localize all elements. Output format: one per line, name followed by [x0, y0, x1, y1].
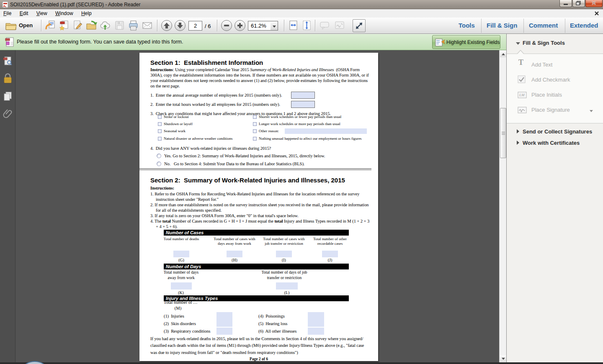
scroll-up-button[interactable] — [500, 51, 506, 57]
hours-field[interactable] — [291, 101, 315, 108]
other-reason-field[interactable] — [285, 128, 367, 134]
add-text-icon: T — [518, 58, 523, 67]
print-icon[interactable] — [128, 20, 139, 31]
create-pdf-icon[interactable] — [59, 20, 70, 31]
open-button[interactable]: Open — [3, 19, 39, 32]
comment-icon — [319, 20, 330, 31]
minimize-button[interactable] — [559, 0, 572, 7]
expand-send-icon[interactable] — [517, 129, 519, 133]
field-H[interactable] — [227, 251, 242, 257]
checkbox-nothing[interactable] — [253, 137, 257, 141]
field-M4[interactable] — [308, 312, 324, 320]
question-1: 1. Enter the annual average number of em… — [150, 92, 282, 98]
tab-fill-sign[interactable]: Fill & Sign — [487, 22, 517, 29]
letter-H: (H) — [211, 258, 258, 262]
cloud-upload-icon[interactable] — [100, 20, 111, 31]
tab-tools[interactable]: Tools — [459, 22, 475, 29]
export-file-icon[interactable] — [45, 20, 56, 31]
page-thumbnails-icon[interactable] — [3, 56, 13, 67]
close-menubar-icon[interactable] — [594, 11, 599, 16]
email-icon[interactable] — [142, 20, 153, 31]
checkbox-shutdown[interactable] — [158, 122, 162, 126]
zoom-in-button[interactable] — [234, 20, 245, 31]
sidebar-add-text[interactable]: Add Text — [531, 62, 552, 68]
field-I[interactable] — [276, 251, 292, 257]
svg-text:LM: LM — [519, 93, 525, 97]
adobe-reader-icon — [2, 1, 9, 8]
item-injuries: (1) Injuries — [164, 313, 184, 319]
previous-page-button[interactable] — [161, 20, 172, 31]
menu-edit[interactable]: Edit — [16, 9, 32, 18]
field-J[interactable] — [322, 251, 338, 257]
fit-width-icon[interactable] — [288, 20, 299, 31]
expand-certificates-icon[interactable] — [517, 141, 519, 145]
toolbar: Open 2 / 6 61.2% Tools Fill & Sign Comme… — [0, 18, 603, 34]
signature-pane-icon — [334, 20, 345, 31]
zoom-level-input[interactable]: 61.2% — [248, 21, 271, 31]
pages-icon[interactable] — [3, 91, 13, 102]
radio-yes[interactable] — [157, 154, 161, 158]
fullscreen-button[interactable] — [353, 19, 366, 32]
field-M2[interactable] — [216, 320, 232, 327]
checkbox-shorter[interactable] — [253, 115, 257, 119]
deaths-note: If you had any work-related deaths in 20… — [150, 336, 370, 356]
maximize-button[interactable] — [572, 0, 585, 7]
employees-field[interactable] — [291, 92, 315, 99]
page-number-input[interactable]: 2 — [188, 21, 202, 31]
sidebar-header[interactable]: Fill & Sign Tools — [523, 40, 565, 46]
label-strike: Strike or lockout — [164, 115, 189, 119]
s2-item2: 2. If more than one establishment is not… — [150, 202, 371, 213]
s2-item4: 4. The total Number of Cases recorded in… — [150, 218, 371, 229]
letter-G: (G) — [158, 258, 204, 262]
sidebar-place-initials[interactable]: Place Initials — [531, 92, 562, 98]
radio-no[interactable] — [157, 161, 161, 166]
label-disaster: Natural disaster or adverse weather cond… — [164, 136, 232, 141]
sign-document-icon[interactable] — [72, 20, 83, 31]
menu-view[interactable]: View — [33, 9, 51, 18]
scrollbar-thumb[interactable] — [500, 108, 506, 158]
menu-window[interactable]: Window — [52, 9, 77, 18]
tab-extended[interactable]: Extended — [570, 22, 598, 29]
notice-message: Please fill out the following form. You … — [17, 34, 183, 50]
menu-help[interactable]: Help — [78, 9, 95, 18]
item-hearing: (5) Hearing loss — [258, 321, 287, 326]
checkbox-longer[interactable] — [253, 122, 257, 126]
fit-page-icon[interactable] — [302, 20, 312, 31]
sidebar-add-checkmark[interactable]: Add Checkmark — [531, 77, 570, 83]
signature-dropdown-icon[interactable] — [590, 110, 593, 112]
field-G[interactable] — [173, 251, 189, 257]
col-days-away: Total number of cases with days away fro… — [214, 237, 255, 246]
label-other-reason: Other reason: — [259, 129, 279, 133]
field-L[interactable] — [276, 282, 298, 290]
field-M1[interactable] — [216, 312, 232, 320]
scroll-down-button[interactable] — [500, 355, 506, 362]
next-page-button[interactable] — [175, 20, 186, 31]
letter-J: (J) — [307, 258, 353, 262]
window-bottom-edge — [0, 362, 603, 364]
zoom-out-button[interactable] — [221, 20, 232, 31]
tab-comment[interactable]: Comment — [529, 22, 558, 29]
s2-item1: 1. Refer to the OSHA Forms for Recording… — [150, 191, 371, 202]
sidebar-place-signature[interactable]: Place Signature — [531, 107, 570, 113]
checkbox-strike[interactable] — [158, 115, 162, 119]
checkbox-other[interactable] — [253, 129, 257, 133]
checkbox-disaster[interactable] — [158, 137, 162, 141]
attachments-icon[interactable] — [3, 109, 13, 120]
close-button[interactable] — [585, 0, 603, 7]
field-M3[interactable] — [216, 328, 232, 335]
collapse-triangle-icon[interactable] — [516, 42, 520, 45]
item-poisonings: (4) Poisonings — [258, 313, 285, 319]
question-4: 4. Did you have ANY work-related injurie… — [150, 146, 271, 151]
vertical-scrollbar[interactable] — [499, 50, 506, 362]
security-lock-icon[interactable] — [3, 73, 13, 84]
share-folder-icon[interactable] — [86, 20, 97, 31]
menu-file[interactable]: File — [0, 9, 15, 18]
sidebar-certificates[interactable]: Work with Certificates — [523, 140, 580, 146]
field-M6[interactable] — [308, 328, 324, 335]
field-K[interactable] — [171, 282, 192, 290]
zoom-dropdown-button[interactable] — [271, 21, 278, 31]
checkbox-seasonal[interactable] — [158, 129, 162, 133]
sidebar-send-collect[interactable]: Send or Collect Signatures — [523, 128, 592, 135]
highlight-fields-button[interactable]: Highlight Existing Fields — [432, 35, 500, 49]
field-M5[interactable] — [308, 320, 324, 327]
